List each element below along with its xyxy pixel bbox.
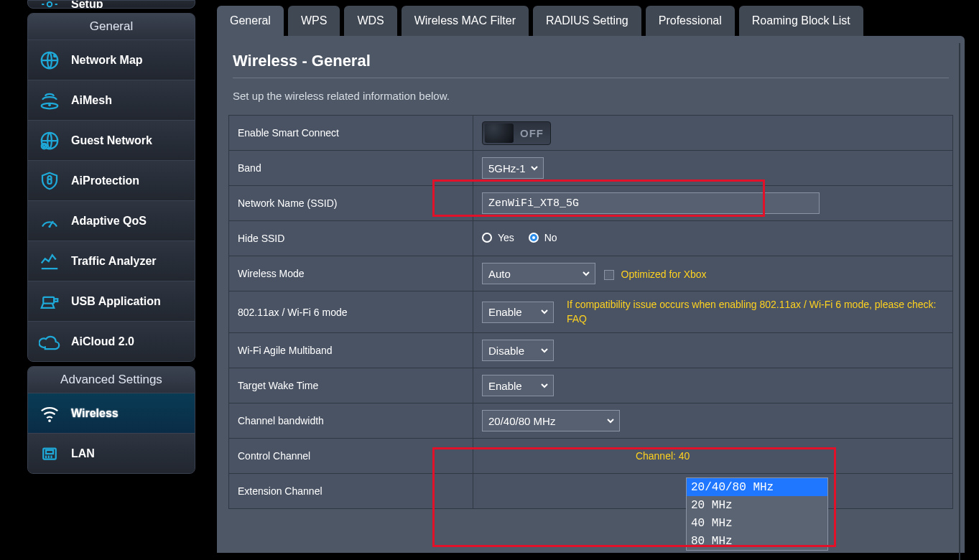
- select-agile[interactable]: Disable: [482, 340, 554, 361]
- sidebar-item-label: AiMesh: [71, 94, 112, 107]
- sidebar-item-traffic-analyzer[interactable]: Traffic Analyzer: [28, 241, 195, 281]
- label-smart-connect: Enable Smart Connect: [229, 116, 473, 151]
- svg-point-12: [48, 419, 51, 422]
- label-extension-channel: Extension Channel: [229, 474, 473, 509]
- control-channel-note: Channel: 40: [636, 450, 690, 462]
- sidebar-item-aimesh[interactable]: AiMesh: [28, 80, 195, 120]
- sidebar-item-label: Setup: [71, 0, 103, 9]
- sidebar-item-adaptive-qos[interactable]: Adaptive QoS: [28, 200, 195, 241]
- guest-network-icon: [38, 129, 61, 152]
- select-bandwidth[interactable]: 20/40/80 MHz: [482, 410, 620, 431]
- traffic-analyzer-icon: [38, 250, 61, 273]
- chevron-down-icon: [540, 380, 549, 392]
- tab-mac-filter[interactable]: Wireless MAC Filter: [402, 6, 529, 36]
- sidebar-item-label: Guest Network: [71, 134, 152, 147]
- row-ssid: Network Name (SSID): [229, 186, 953, 221]
- row-wifi6: 802.11ax / Wi-Fi 6 mode Enable If compat…: [229, 291, 953, 333]
- lan-icon: [38, 442, 61, 465]
- select-value: Auto: [488, 268, 511, 280]
- label-hide-ssid: Hide SSID: [229, 221, 473, 256]
- wireless-icon: [38, 402, 61, 425]
- svg-rect-8: [48, 179, 52, 183]
- label-control-channel: Control Channel: [229, 439, 473, 474]
- helper-text: Set up the wireless related information …: [217, 78, 965, 115]
- network-map-icon: [38, 49, 61, 72]
- row-hide-ssid: Hide SSID Yes No: [229, 221, 953, 256]
- bandwidth-option-2[interactable]: 40 MHz: [687, 514, 827, 532]
- sidebar-general-panel: General Network Map AiMesh Guest Network…: [27, 13, 195, 362]
- chevron-down-icon: [606, 415, 615, 427]
- select-band[interactable]: 5GHz-1: [482, 157, 544, 179]
- input-ssid[interactable]: [482, 192, 820, 214]
- radio-hide-ssid-yes[interactable]: [482, 233, 492, 243]
- sidebar-panel-title-advanced: Advanced Settings: [28, 367, 195, 393]
- row-bandwidth: Channel bandwidth 20/40/80 MHz: [229, 403, 953, 439]
- settings-table: Enable Smart Connect OFF Band 5GHz-1: [228, 115, 953, 509]
- tab-radius[interactable]: RADIUS Setting: [533, 6, 641, 36]
- sidebar-item-lan[interactable]: LAN: [28, 433, 195, 473]
- row-band: Band 5GHz-1: [229, 151, 953, 186]
- label-agile: Wi-Fi Agile Multiband: [229, 333, 473, 368]
- row-control-channel: Control Channel Channel: 40: [229, 439, 953, 474]
- sidebar-item-label: Adaptive QoS: [71, 215, 147, 228]
- chevron-down-icon: [540, 345, 549, 357]
- chevron-down-icon: [540, 306, 549, 318]
- label-wifi6: 802.11ax / Wi-Fi 6 mode: [229, 291, 473, 333]
- sidebar-item-usb-application[interactable]: USB Application: [28, 281, 195, 321]
- sidebar-item-wireless[interactable]: Wireless: [28, 393, 195, 433]
- radio-hide-ssid-no[interactable]: [529, 233, 539, 243]
- tab-wds[interactable]: WDS: [344, 6, 396, 36]
- speedometer-icon: [38, 210, 61, 233]
- sidebar-item-label: Wireless: [71, 407, 119, 420]
- link-faq[interactable]: FAQ: [567, 313, 587, 325]
- sidebar-item-label: AiCloud 2.0: [71, 335, 134, 348]
- sidebar-item-setup-clipped[interactable]: Setup: [27, 0, 195, 9]
- tabs: General WPS WDS Wireless MAC Filter RADI…: [217, 0, 965, 36]
- sidebar-item-aicloud[interactable]: AiCloud 2.0: [28, 321, 195, 361]
- select-value: 5GHz-1: [488, 162, 526, 174]
- label-wireless-mode: Wireless Mode: [229, 256, 473, 291]
- svg-point-9: [48, 225, 50, 227]
- sidebar-item-network-map[interactable]: Network Map: [28, 39, 195, 80]
- usb-icon: [38, 290, 61, 313]
- tab-roaming-block[interactable]: Roaming Block List: [739, 6, 863, 36]
- bandwidth-option-3[interactable]: 80 MHz: [687, 532, 827, 550]
- svg-rect-10: [43, 297, 54, 303]
- tab-professional[interactable]: Professional: [646, 6, 735, 36]
- select-value: Enable: [488, 306, 522, 318]
- checkbox-xbox[interactable]: [604, 270, 614, 280]
- radio-label-yes: Yes: [498, 232, 514, 243]
- toggle-knob: [485, 123, 514, 143]
- sidebar-item-label: AiProtection: [71, 174, 139, 187]
- row-extension-channel: Extension Channel: [229, 474, 953, 509]
- bandwidth-option-1[interactable]: 20 MHz: [687, 496, 827, 514]
- sidebar-item-label: Traffic Analyzer: [71, 255, 157, 268]
- label-band: Band: [229, 151, 473, 186]
- sidebar-item-label: LAN: [71, 447, 95, 460]
- sidebar-item-aiprotection[interactable]: AiProtection: [28, 160, 195, 200]
- gear-icon: [38, 0, 61, 9]
- label-bandwidth: Channel bandwidth: [229, 403, 473, 439]
- shield-icon: [38, 169, 61, 192]
- row-agile: Wi-Fi Agile Multiband Disable: [229, 333, 953, 368]
- tab-wps[interactable]: WPS: [288, 6, 340, 36]
- select-wireless-mode[interactable]: Auto: [482, 263, 595, 284]
- chevron-down-icon: [582, 268, 590, 280]
- tab-general[interactable]: General: [217, 6, 284, 36]
- select-wifi6[interactable]: Enable: [482, 302, 554, 323]
- select-twt[interactable]: Enable: [482, 375, 554, 396]
- sidebar-advanced-panel: Advanced Settings Wireless LAN: [27, 366, 195, 474]
- label-twt: Target Wake Time: [229, 368, 473, 403]
- toggle-state: OFF: [514, 127, 550, 139]
- select-value: 20/40/80 MHz: [488, 415, 555, 427]
- aimesh-icon: [38, 89, 61, 112]
- svg-rect-14: [46, 450, 53, 454]
- panel-right-border: [959, 43, 960, 560]
- svg-point-2: [53, 54, 57, 57]
- sidebar-item-label: Network Map: [71, 54, 143, 67]
- row-wireless-mode: Wireless Mode Auto Optimized for Xbox: [229, 256, 953, 291]
- sidebar-item-guest-network[interactable]: Guest Network: [28, 120, 195, 160]
- chevron-down-icon: [530, 162, 539, 174]
- bandwidth-option-0[interactable]: 20/40/80 MHz: [687, 478, 827, 496]
- toggle-smart-connect[interactable]: OFF: [482, 121, 551, 145]
